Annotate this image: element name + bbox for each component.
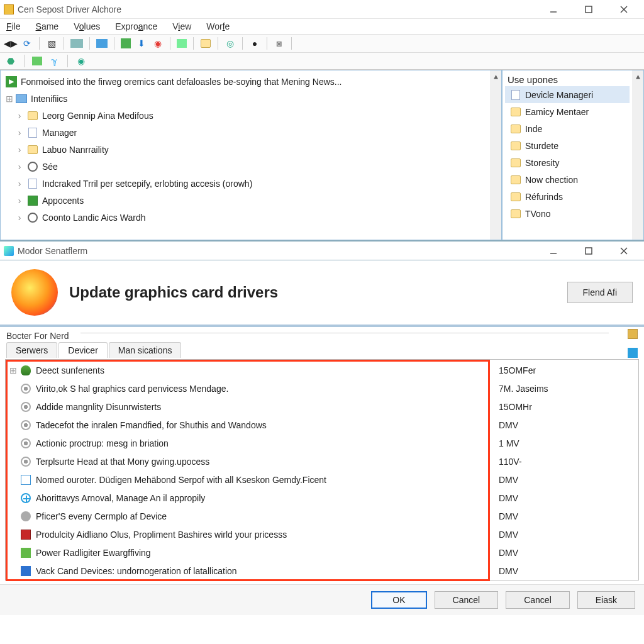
chevron-right-icon[interactable]: ›: [16, 111, 23, 121]
shield-icon[interactable]: ⬣: [5, 55, 16, 67]
gear2-icon: [21, 402, 31, 412]
refresh-icon[interactable]: ⟳: [21, 38, 33, 49]
maximize-button[interactable]: [577, 3, 600, 16]
monitor-icon[interactable]: [70, 39, 83, 48]
gear2-icon: [21, 438, 31, 448]
scroll-up-icon[interactable]: ▴: [490, 70, 501, 82]
list-row[interactable]: Vack Cand Devices: undornogeration of la…: [9, 562, 491, 580]
download-icon[interactable]: ⬇: [136, 38, 147, 49]
list-row[interactable]: Actionic proctrup: mesg in briation: [9, 434, 491, 452]
list-row[interactable]: Tadecefot the inralen Fmandfied, for Shu…: [9, 416, 491, 434]
folder-icon: [510, 208, 521, 219]
list-row-value: DMV: [499, 525, 635, 543]
tool-icon[interactable]: ▧: [46, 38, 57, 49]
tree-item[interactable]: › Coonto Landic Aics Wardh: [4, 209, 486, 226]
list-row-value: DMV: [499, 416, 635, 434]
right-scrollbar[interactable]: ▴: [632, 70, 643, 240]
minimize-button[interactable]: [542, 3, 565, 16]
world-icon[interactable]: ◉: [75, 55, 87, 67]
tab-mansications[interactable]: Man sications: [109, 342, 182, 358]
tab-badge-icon[interactable]: [628, 348, 638, 358]
close-button[interactable]: [613, 244, 635, 258]
chevron-right-icon[interactable]: ›: [16, 128, 23, 138]
right-list-item[interactable]: TVono: [505, 205, 630, 222]
minimize-button[interactable]: [542, 244, 565, 258]
right-list-item[interactable]: Sturdete: [505, 137, 630, 154]
chevron-right-icon[interactable]: ›: [16, 196, 23, 206]
right-list-item[interactable]: Now chection: [505, 171, 630, 188]
tree-item-label: Sée: [42, 162, 58, 172]
tree-root[interactable]: ⊞ Intenifiics: [4, 90, 486, 107]
scroll-up-icon[interactable]: ▴: [632, 70, 643, 82]
right-list-item[interactable]: Réfurinds: [505, 188, 630, 205]
right-list-item[interactable]: Eamicy Mentaer: [505, 103, 630, 120]
disk-icon[interactable]: ◙: [274, 38, 285, 49]
chevron-right-icon[interactable]: ›: [16, 213, 23, 223]
right-list-item[interactable]: Storesity: [505, 154, 630, 171]
app-icon: [27, 195, 38, 206]
menu-volues[interactable]: Volues: [74, 21, 100, 31]
list-row[interactable]: Virito,ok S hal graphics card penvicess …: [9, 379, 491, 397]
eiask-button[interactable]: Eiask: [577, 591, 635, 609]
tab-serwers[interactable]: Serwers: [6, 342, 57, 358]
list-row[interactable]: Pficer'S eveny Cermplo af Device: [9, 507, 491, 525]
flend-button[interactable]: Flend Afi: [567, 282, 633, 303]
tree-item[interactable]: › Leorg Gennip Aina Medifous: [4, 107, 486, 124]
chevron-right-icon[interactable]: ›: [16, 179, 23, 189]
tree-item[interactable]: › Manager: [4, 124, 486, 141]
expand-icon[interactable]: ⊞: [9, 365, 16, 375]
back-icon[interactable]: ◀▶: [5, 38, 16, 49]
gear-icon: [27, 212, 38, 223]
chevron-right-icon[interactable]: ›: [16, 145, 23, 155]
corner-icon[interactable]: [628, 329, 638, 339]
folder-icon: [27, 144, 38, 155]
image-icon[interactable]: [177, 39, 187, 48]
tree-item[interactable]: › Indcraked Trril per setcepify, erlobti…: [4, 175, 486, 192]
right-list-item[interactable]: Devicle Manageri: [505, 86, 630, 103]
list-row-value: DMV: [499, 543, 635, 562]
left-scrollbar[interactable]: ▴: [490, 70, 501, 240]
picture-icon[interactable]: [121, 38, 131, 48]
list-row[interactable]: Nomed ouroter. Düdigen Mehäbond Serpof w…: [9, 470, 491, 489]
list-row[interactable]: Produlcity Aidliano Olus, Propliment Bas…: [9, 525, 491, 543]
left-tree-pane: ▶ Fonmoised into the firweg oremics cant…: [0, 70, 502, 240]
tree-item[interactable]: › Appocents: [4, 192, 486, 209]
menu-worfe[interactable]: Worfe: [206, 21, 230, 31]
picture2-icon[interactable]: [32, 57, 42, 65]
palette-icon[interactable]: ◉: [152, 38, 164, 49]
list-row[interactable]: Terplsurte Head at that Mony gwing.upoce…: [9, 452, 491, 470]
right-item-label: Eamicy Mentaer: [525, 107, 589, 117]
cancel-button-2[interactable]: Cancel: [506, 591, 570, 609]
list-row[interactable]: Addide mangnlity Disunrwisterts: [9, 397, 491, 416]
globe-icon[interactable]: ◎: [225, 38, 236, 49]
list-row-value: DMV: [499, 507, 635, 525]
ok-button[interactable]: OK: [371, 591, 426, 609]
menu-same[interactable]: Same: [36, 21, 59, 31]
twitter-icon[interactable]: ℽ: [48, 55, 60, 67]
folder-icon: [510, 174, 521, 186]
chevron-right-icon[interactable]: ›: [16, 162, 23, 172]
folder-blue-icon: [16, 94, 27, 103]
window-icon[interactable]: [96, 39, 108, 48]
chat-icon[interactable]: ●: [249, 38, 260, 49]
tab-devicer[interactable]: Devicer: [58, 342, 107, 358]
cancel-button-1[interactable]: Cancel: [435, 591, 499, 609]
right-list-item[interactable]: Inde: [505, 120, 630, 137]
window1-controls: [542, 3, 640, 16]
menu-file[interactable]: File: [6, 21, 21, 31]
svg-rect-1: [586, 6, 592, 13]
right-item-label: Now chection: [525, 175, 578, 185]
tree-item[interactable]: › Labuo Nanrraility: [4, 141, 486, 158]
tree-item[interactable]: › Sée: [4, 158, 486, 175]
menu-view[interactable]: View: [172, 21, 191, 31]
close-button[interactable]: [613, 3, 635, 16]
plus-icon: [21, 493, 31, 503]
list-row[interactable]: Ahorittavys Arnoval, Manage An il approp…: [9, 489, 491, 507]
list-row[interactable]: Power Radligiter Ewargffiving: [9, 543, 491, 562]
folder-icon[interactable]: [200, 38, 211, 49]
list-row[interactable]: ⊞ Deect sunfenents: [9, 361, 491, 379]
hero-title: Update graphics card drivers: [69, 284, 278, 301]
menu-exproance[interactable]: Exproance: [115, 21, 157, 31]
maximize-button[interactable]: [577, 244, 600, 258]
expand-icon[interactable]: ⊞: [6, 94, 12, 104]
